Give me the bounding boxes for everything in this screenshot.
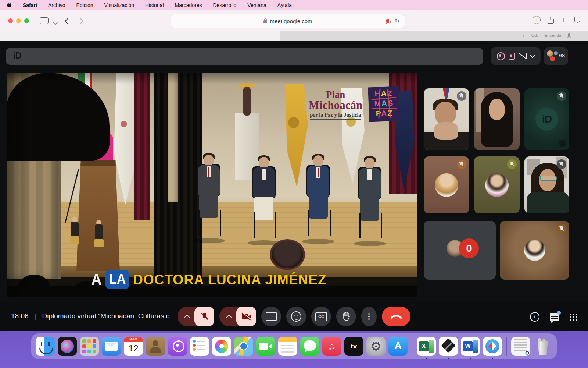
url-text: meet.google.com [270,18,312,24]
plan-tagline: por la Paz y la Justicia [310,112,361,120]
menu-archivo[interactable]: Archivo [48,2,65,8]
meeting-details-button[interactable]: i [530,312,539,322]
avatar [435,173,458,197]
dock-apple-tv[interactable]: tv [344,337,363,356]
dock-trash[interactable] [533,337,552,356]
participant-tile-5[interactable] [474,156,520,213]
broadcast-caption: A LA DOCTORA LUCINA JIMÉNEZ [91,270,327,289]
window-close-button[interactable] [8,18,13,23]
puppet-figure-1 [69,217,80,246]
dock-launchpad[interactable] [80,337,99,356]
seated-panelist-2 [246,157,282,243]
activities-button[interactable] [570,313,578,321]
main-video-feed[interactable]: UNIVERSIDAD MICHOACANA DE SAN NICOLÁS DE… [7,73,417,297]
dock-document[interactable] [511,337,530,356]
mic-mute-button[interactable] [194,307,214,326]
dock-podcasts[interactable] [168,337,187,356]
menu-visualizacion[interactable]: Visualización [104,2,134,8]
dock-safari[interactable] [483,337,502,356]
participant-tile-1[interactable] [424,88,469,150]
dock-siri[interactable] [58,337,77,356]
present-button[interactable] [261,307,281,326]
mic-off-icon [557,91,566,101]
participant-tile-6[interactable] [524,156,569,213]
footer-separator: | [35,312,36,320]
forward-button[interactable] [79,18,83,25]
transcript-icon[interactable] [509,53,514,60]
camera-options-chevron[interactable] [226,315,232,321]
menu-marcadores[interactable]: Marcadores [175,2,202,8]
camera-off-button[interactable] [236,307,256,326]
tab-overview-icon[interactable] [573,17,580,23]
dock-system-settings[interactable]: ⚙ [366,337,386,356]
red-curtain-left [134,73,150,220]
mic-off-icon [507,159,517,169]
dock-reminders[interactable] [190,337,209,356]
dock-finder[interactable] [36,337,55,356]
dock-mail[interactable] [102,337,121,356]
dock-photos[interactable] [212,337,231,356]
dock-messages[interactable] [300,337,319,356]
dock-divider [506,337,507,356]
caption-word-la: LA [105,270,129,289]
share-icon[interactable] [548,17,554,24]
end-call-button[interactable] [382,307,410,326]
participants-pill[interactable]: 98 [544,47,568,65]
menu-edicion[interactable]: Edición [76,2,93,8]
reload-icon[interactable]: ↻ [395,18,399,24]
participant-tile-7[interactable]: 0 [424,221,496,280]
participant-tile-4[interactable] [424,156,469,213]
dock-calendar[interactable]: MAR 12 [124,337,143,356]
mic-off-icon [457,91,466,101]
raise-hand-button[interactable] [336,307,356,326]
participant-tile-3[interactable]: iD [524,88,569,150]
menu-ayuda[interactable]: Ayuda [277,2,292,8]
strip-text-left: Ud. [531,33,538,38]
downloads-icon[interactable]: ↓ [533,16,541,24]
participant-tile-2[interactable] [474,88,520,150]
reactions-button[interactable] [286,307,306,326]
apple-menu-icon[interactable] [7,2,12,8]
dock-divider [412,337,412,356]
mic-button-group [178,307,214,326]
dock-app-store[interactable]: A [388,337,408,356]
new-tab-icon[interactable]: + [561,16,566,24]
layout-off-icon[interactable] [519,53,527,59]
chevron-down-icon[interactable] [530,53,535,58]
recording-icon[interactable] [497,52,505,60]
present-icon [266,312,277,321]
dock-facetime[interactable] [256,337,275,356]
menu-desarrollo[interactable]: Desarrollo [213,2,237,8]
mic-off-icon [557,159,566,169]
hand-icon [342,312,350,321]
window-zoom-button[interactable] [24,18,29,23]
google-meet-app: iD 98 UNIVERSIDAD MICHOACANA DE SAN NICO… [0,41,588,331]
participant-tile-8[interactable] [500,221,569,280]
window-minimize-button[interactable] [16,18,21,23]
dock-excel[interactable]: X [417,337,436,356]
dock-contacts[interactable] [146,337,165,356]
dock-maps[interactable] [234,337,253,356]
chat-notification-dot [557,311,561,315]
address-bar[interactable]: meet.google.com ↻ [171,14,405,28]
dock-word[interactable]: W [461,337,480,356]
dock-music[interactable]: ♫ [322,337,341,356]
camera-button-group [219,307,256,326]
sidebar-chevron-icon[interactable] [54,19,57,26]
tab-mic-indicator-icon[interactable] [386,18,389,24]
dock-cube-app[interactable] [439,337,458,356]
seated-panelist-1 [191,155,226,241]
back-button[interactable] [65,18,69,25]
mic-options-chevron[interactable] [184,315,190,321]
captions-button[interactable]: CC [311,307,331,326]
plan-line2: Michoacán [297,99,374,111]
more-options-button[interactable] [361,307,377,326]
menu-historial[interactable]: Historial [145,2,164,8]
strip-text-right: Encendu [545,33,561,38]
menu-ventana[interactable]: Ventana [247,2,266,8]
plan-line1: Plan [297,90,374,99]
chat-button[interactable] [550,313,559,321]
sidebar-toggle-icon[interactable] [40,17,49,24]
dock-notes[interactable] [278,337,297,356]
menu-safari[interactable]: Safari [23,2,37,8]
